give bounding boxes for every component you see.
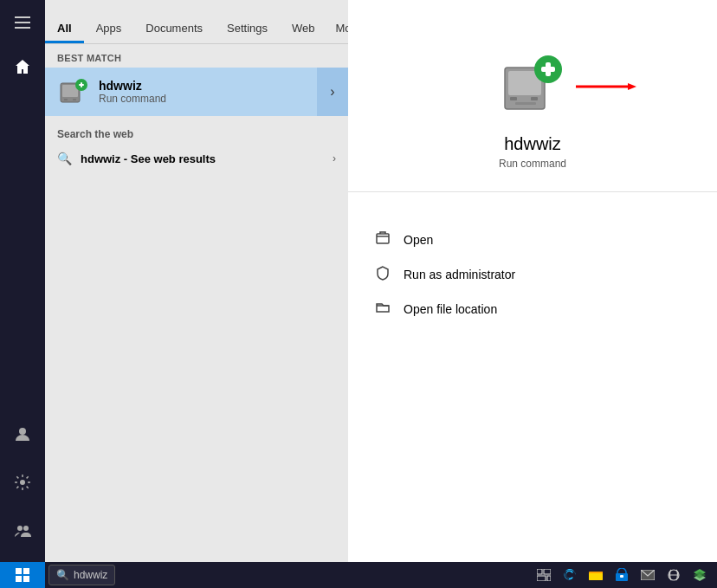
hdwwiz-small-icon: [57, 76, 88, 107]
sidebar-people-icon[interactable]: [0, 508, 45, 553]
svg-rect-18: [546, 62, 551, 76]
svg-rect-15: [515, 102, 536, 105]
search-icon: 🔍: [57, 152, 72, 165]
action-list: Open Run as administrator Open file loca…: [348, 214, 717, 335]
sidebar: [0, 0, 45, 562]
svg-rect-27: [537, 569, 542, 574]
svg-rect-14: [531, 97, 538, 100]
tab-all[interactable]: All: [45, 10, 84, 43]
taskbar-search-text: hdwwiz: [74, 569, 107, 581]
best-match-name: hdwwiz: [99, 79, 336, 93]
folder-icon: [374, 300, 391, 319]
red-arrow-annotation: [576, 81, 636, 92]
open-icon: [374, 230, 391, 249]
tabs-bar: All Apps Documents Settings Web More ▾ F…: [45, 0, 348, 44]
app-detail-type: Run command: [499, 158, 566, 170]
right-panel: hdwwiz Run command Open Run as administ: [348, 0, 717, 562]
store-icon[interactable]: [610, 563, 634, 587]
svg-marker-20: [628, 83, 636, 90]
web-search-text: hdwwiz - See web results: [81, 152, 216, 165]
hamburger-button[interactable]: [0, 0, 45, 44]
action-file-location-label: Open file location: [404, 302, 497, 316]
svg-rect-21: [377, 234, 389, 243]
svg-point-0: [19, 428, 26, 435]
action-run-as-admin[interactable]: Run as administrator: [348, 257, 717, 292]
search-panel: All Apps Documents Settings Web More ▾ F…: [45, 0, 348, 562]
svg-rect-32: [589, 573, 603, 580]
tab-documents[interactable]: Documents: [133, 10, 215, 43]
best-match-open-arrow[interactable]: ›: [317, 68, 348, 116]
action-open-label: Open: [404, 233, 433, 247]
taskbar-search-box[interactable]: 🔍 hdwwiz: [48, 565, 115, 585]
layers-icon[interactable]: [688, 563, 712, 587]
svg-rect-34: [620, 575, 623, 578]
hdwwiz-large-icon: [498, 52, 567, 121]
divider: [348, 191, 717, 192]
edge-icon[interactable]: [558, 563, 582, 587]
sidebar-home-icon[interactable]: [0, 44, 45, 89]
svg-point-2: [17, 526, 23, 531]
sidebar-user-icon[interactable]: [0, 411, 45, 456]
svg-rect-7: [73, 99, 76, 100]
svg-rect-26: [23, 576, 29, 582]
shield-icon: [374, 265, 391, 284]
web-search-label: Search the web: [45, 116, 348, 145]
svg-rect-28: [544, 569, 551, 574]
app-icon-wrapper: [498, 52, 567, 121]
tab-settings[interactable]: Settings: [215, 10, 280, 43]
start-button[interactable]: [0, 562, 45, 588]
svg-rect-29: [537, 576, 546, 581]
best-match-label: Best match: [45, 44, 348, 68]
svg-rect-13: [510, 97, 517, 100]
svg-rect-5: [62, 85, 78, 97]
svg-point-3: [23, 526, 29, 531]
taskbar-system-icons: [532, 563, 717, 587]
app-detail-header: hdwwiz Run command: [348, 0, 717, 214]
svg-rect-24: [23, 568, 29, 574]
svg-rect-23: [16, 568, 22, 574]
web-search-item[interactable]: 🔍 hdwwiz - See web results ›: [45, 145, 348, 172]
web-search-chevron-icon: ›: [333, 152, 336, 165]
action-open[interactable]: Open: [348, 223, 717, 257]
taskbar-search-icon: 🔍: [56, 569, 69, 581]
svg-rect-25: [16, 576, 22, 582]
action-open-file-location[interactable]: Open file location: [348, 292, 717, 326]
file-explorer-icon[interactable]: [584, 563, 608, 587]
mail-icon[interactable]: [636, 563, 660, 587]
best-match-sub: Run command: [99, 93, 336, 105]
task-view-icon[interactable]: [532, 563, 556, 587]
taskbar: 🔍 hdwwiz: [0, 562, 717, 588]
tab-apps[interactable]: Apps: [84, 10, 134, 43]
svg-point-1: [20, 480, 25, 485]
sidebar-settings-icon[interactable]: [0, 460, 45, 505]
best-match-item[interactable]: hdwwiz Run command ›: [45, 68, 348, 116]
app-detail-name: hdwwiz: [504, 134, 561, 154]
hamburger-icon: [15, 16, 30, 29]
windows-logo-icon: [16, 568, 29, 582]
action-admin-label: Run as administrator: [404, 268, 515, 281]
svg-rect-6: [64, 99, 68, 100]
network-icon[interactable]: [662, 563, 686, 587]
svg-rect-30: [547, 576, 551, 581]
tab-web[interactable]: Web: [280, 10, 327, 43]
svg-rect-10: [81, 82, 82, 87]
